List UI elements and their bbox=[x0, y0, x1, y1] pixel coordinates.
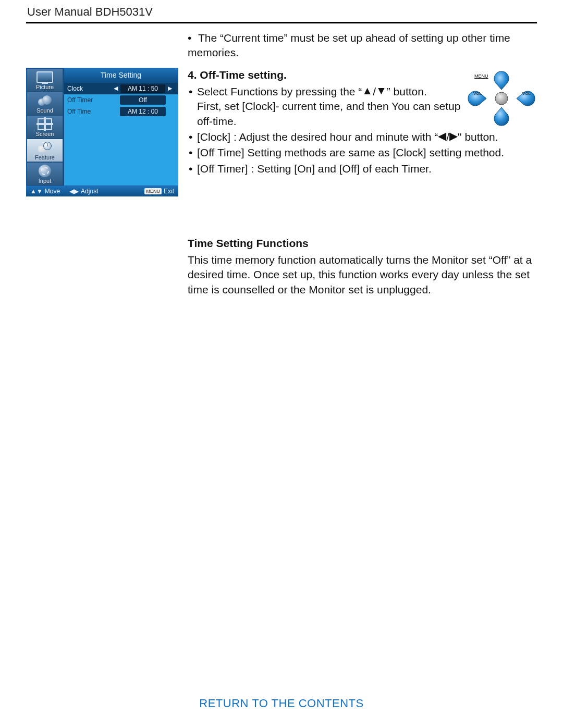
screen-icon bbox=[38, 118, 52, 130]
manual-page: User Manual BDH5031V •The “Current time”… bbox=[0, 0, 563, 728]
osd-sidebar: Picture Sound Screen Feature bbox=[27, 68, 63, 186]
osd-side-screen: Screen bbox=[27, 115, 63, 139]
triangle-right-icon: ▶ bbox=[449, 129, 458, 143]
osd-foot-move: ▲▼ Move bbox=[30, 188, 60, 195]
page-header: User Manual BDH5031V bbox=[26, 5, 537, 23]
offtime-b3: [Off Time] Setting methods are same as [… bbox=[188, 145, 537, 160]
osd-foot-adjust: ◀▶ Adjust bbox=[69, 188, 98, 195]
speaker-icon bbox=[38, 95, 52, 106]
osd-illustration: Picture Sound Screen Feature bbox=[26, 68, 178, 196]
menu-chip: MENU bbox=[144, 188, 162, 194]
updown-icon: ▲▼ bbox=[30, 188, 43, 195]
osd-row-clock: Clock ◀ AM 11 : 50 ▶ bbox=[64, 83, 178, 94]
remote-menu-label: MENU bbox=[474, 73, 488, 79]
osd-value-offtimer: Off bbox=[120, 95, 166, 105]
osd-footer: ▲▼ Move ◀▶ Adjust MENU Exit bbox=[26, 186, 178, 196]
intro-note-text: The “Current time” must be set up ahead … bbox=[188, 32, 510, 58]
triangle-down-icon: ▼ bbox=[376, 83, 387, 98]
feature-icon bbox=[38, 142, 52, 153]
intro-note: •The “Current time” must be set up ahead… bbox=[188, 31, 537, 60]
osd-side-picture: Picture bbox=[27, 68, 63, 92]
osd-value-offtime: AM 12 : 00 bbox=[120, 107, 166, 116]
osd-side-input: Input bbox=[27, 162, 63, 186]
tsf-title: Time Setting Functions bbox=[188, 236, 537, 251]
gear-icon bbox=[39, 165, 51, 177]
triangle-left-icon: ◀ bbox=[438, 129, 446, 143]
offtime-b1: Select Functions by pressing the “▲/▼” b… bbox=[188, 84, 537, 129]
osd-foot-exit: MENU Exit bbox=[144, 188, 174, 195]
leftright-icon: ◀▶ bbox=[69, 188, 79, 195]
osd-row-offtime: Off Time AM 12 : 00 bbox=[64, 106, 178, 117]
offtime-section: MENU VOL VOL 4. Off-Time setting. Select… bbox=[188, 68, 537, 177]
triangle-right-icon: ▶ bbox=[168, 85, 172, 92]
return-to-contents[interactable]: RETURN TO THE CONTENTS bbox=[0, 697, 563, 710]
monitor-icon bbox=[36, 71, 53, 83]
osd-row-offtimer: Off Timer Off bbox=[64, 94, 178, 106]
return-link[interactable]: RETURN TO THE CONTENTS bbox=[199, 697, 363, 710]
offtime-b4: [Off Timer] : Setting [On] and [Off] of … bbox=[188, 162, 537, 176]
osd-side-feature: Feature bbox=[27, 139, 63, 162]
offtime-b2: [Clock] : Adjust the desired hour and mi… bbox=[188, 130, 537, 144]
triangle-up-icon: ▲ bbox=[362, 83, 373, 98]
triangle-left-icon: ◀ bbox=[114, 85, 118, 92]
time-setting-functions: Time Setting Functions This time memory … bbox=[188, 236, 537, 297]
osd-main-panel: Time Setting Clock ◀ AM 11 : 50 ▶ Off Ti… bbox=[63, 68, 178, 186]
osd-title: Time Setting bbox=[64, 68, 178, 83]
tsf-body: This time memory function automatically … bbox=[188, 253, 537, 297]
osd-side-sound: Sound bbox=[27, 92, 63, 115]
osd-value-clock: AM 11 : 50 bbox=[120, 84, 166, 93]
